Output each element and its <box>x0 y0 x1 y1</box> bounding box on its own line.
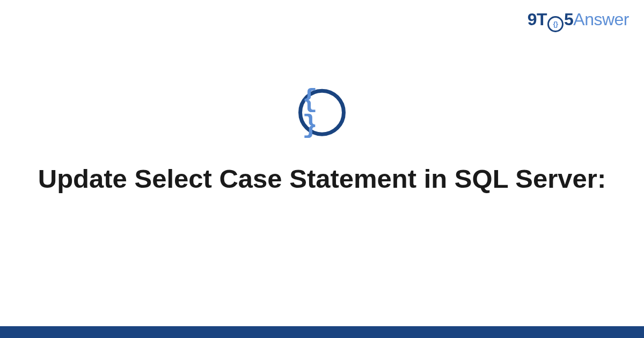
braces-icon: { } <box>302 86 342 138</box>
logo-o-circle: {} <box>547 16 564 32</box>
logo-text-9t: 9T <box>528 10 547 30</box>
footer-accent-bar <box>0 326 644 338</box>
logo-text-5: 5 <box>564 10 573 30</box>
site-logo: 9T {} 5 Answer <box>528 10 629 31</box>
logo-text-answer: Answer <box>573 10 629 30</box>
page-title: Update Select Case Statement in SQL Serv… <box>6 161 638 195</box>
logo-o-braces-icon: {} <box>553 20 558 27</box>
main-content: { } Update Select Case Statement in SQL … <box>0 89 644 195</box>
category-badge-icon: { } <box>298 89 346 136</box>
